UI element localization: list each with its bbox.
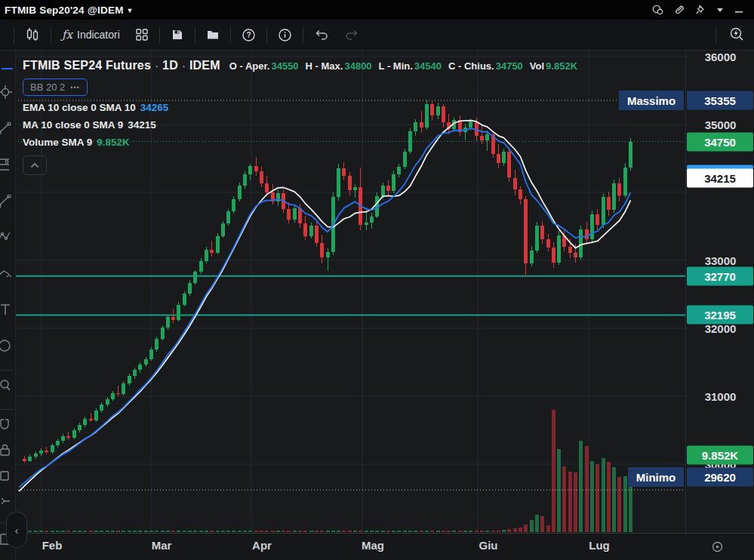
volume-bar [502,530,506,532]
undo-button[interactable] [306,24,337,45]
volume-bar [540,516,544,532]
pin-icon[interactable] [696,5,706,15]
candle-body [66,436,70,438]
ohlc-pair: C - Chius.34750 [448,60,523,72]
help-button[interactable]: ? [234,24,263,45]
candle-body [381,186,385,196]
magnet-tool-icon[interactable] [0,415,13,433]
brush-tool-icon[interactable] [0,192,13,210]
legend-collapse-button[interactable] [23,155,47,175]
hide-drawings-icon[interactable] [0,466,13,485]
bubble-clock-icon[interactable] [651,5,663,15]
price-tick: 31000 [686,390,754,403]
link-icon[interactable] [674,5,685,15]
candle-body [602,197,605,225]
volume-bar [331,531,335,532]
candle-body [128,376,131,383]
text-tool-icon[interactable] [0,300,13,318]
volume-bar [480,531,484,532]
indicator-row[interactable]: Volume SMA 99.852K [23,137,584,148]
prediction-tool-icon[interactable] [0,264,13,282]
volume-bar [226,531,230,532]
volume-bar [309,531,313,532]
info-button[interactable] [270,24,300,45]
exchange-label: IDEM [189,59,220,72]
more-options-icon[interactable]: ••• [70,84,79,91]
symbol-name[interactable]: FTMIB SEP24 Futures [23,59,151,72]
flash-search-button[interactable] [719,24,754,45]
ohlc-values: O - Aper.34550H - Max.34800L - Min.34540… [229,60,584,72]
candle-body [386,186,390,191]
pattern-tool-icon[interactable] [0,228,13,246]
price-axis[interactable]: 3600035000330003200031000300003535534750… [685,50,754,533]
candlestick-style-button[interactable] [17,24,48,45]
candle-body [193,272,197,282]
indicator-row[interactable]: MA 10 close 0 SMA 934215 [23,119,584,131]
chart-legend: FTMIB SEP24 Futures · 1D · IDEM O - Aper… [23,59,584,175]
volume-bar [596,464,599,532]
redo-button[interactable] [337,24,367,45]
volume-bar [122,531,125,532]
bb-label: BB 20 2 [30,82,65,93]
window-title[interactable]: FTMIB Sep20'24 @IDEM ▼ [0,5,134,16]
volume-bar [562,466,566,532]
caret-down-icon[interactable] [716,7,724,13]
volume-bar [45,531,48,532]
divider [14,26,14,43]
measure-zoom-icon[interactable] [0,376,13,394]
separator: · [155,59,158,72]
crosshair-tool-icon[interactable] [0,83,13,101]
volume-bar [177,531,180,532]
candle-body [183,294,186,304]
volume-bar [320,531,324,532]
chart-toolbar: ƒx Indicatori ? [0,20,754,51]
ohlc-value: 34800 [344,60,371,72]
selected-tool-indicator [2,68,13,69]
month-tick: Mag [362,539,384,552]
lock-drawings-icon[interactable] [0,441,13,459]
delete-drawings-icon[interactable] [0,492,13,510]
volume-bar [221,531,225,532]
month-tick: Lug [589,539,610,552]
separator: · [182,59,186,72]
fib-tool-icon[interactable] [0,155,13,174]
minimize-icon[interactable] [734,6,743,14]
volume-bar [513,528,517,532]
bb-indicator-chip[interactable]: BB 20 2 ••• [23,78,88,96]
axis-settings-gear-icon[interactable] [711,540,724,556]
volume-bar [359,531,362,532]
interval-label[interactable]: 1D [162,59,178,72]
indicators-button[interactable]: ƒx Indicatori [54,24,128,45]
indicator-label: Volume SMA 9 [23,137,92,148]
volume-bar [607,462,611,532]
volume-bar [568,472,572,532]
folder-button[interactable] [199,24,227,45]
save-button[interactable] [163,24,192,45]
volume-bar [260,531,263,532]
flash-search-icon [728,26,745,43]
volume-bar [298,531,302,532]
trendline-tool-icon[interactable] [0,119,13,137]
legend-symbol-row[interactable]: FTMIB SEP24 Futures · 1D · IDEM O - Aper… [23,59,584,72]
sidebar-collapse-button[interactable]: ‹ [6,512,27,548]
volume-bar [89,531,93,532]
divider [716,26,716,43]
candle-body [607,197,611,210]
candle-body [28,457,32,460]
layout-grid-button[interactable] [128,24,156,45]
volume-bar [144,531,148,532]
volume-bar [205,531,208,532]
volume-bar [216,531,220,532]
time-axis[interactable]: FebMarAprMagGiuLug [0,533,754,560]
save-icon [171,28,184,42]
candle-body [585,229,589,240]
volume-bar [397,531,401,532]
indicator-row[interactable]: EMA 10 close 0 SMA 1034265 [23,102,584,113]
emoji-tool-icon[interactable] [0,337,13,355]
volume-bar [425,531,429,532]
candle-body [392,174,395,192]
chevron-up-icon [30,162,39,168]
price-label-box: 32195 [687,306,753,325]
volume-bar [100,531,103,532]
candle-body [365,223,368,226]
